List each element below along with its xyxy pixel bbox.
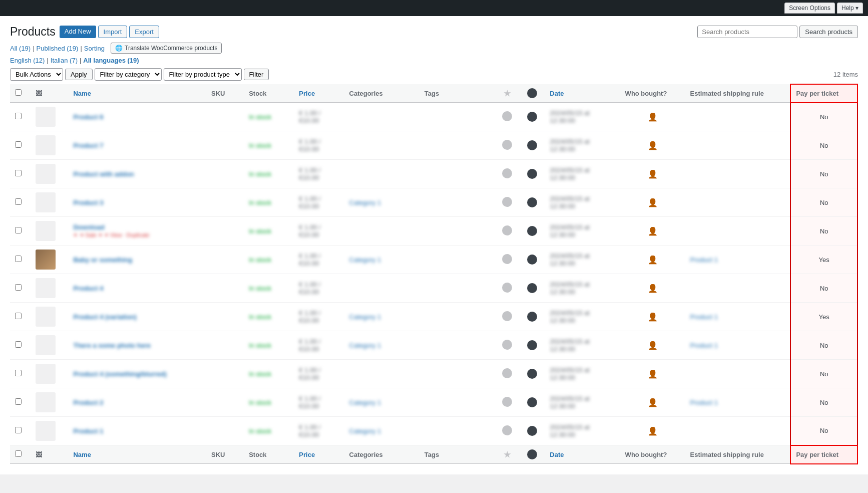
- row-checkbox[interactable]: [15, 370, 22, 376]
- product-name-link[interactable]: Product 4 (something/blurred): [73, 370, 166, 378]
- product-shipping-link[interactable]: Product 1: [690, 313, 718, 321]
- product-name-link[interactable]: Product 1: [73, 427, 103, 435]
- product-name-link[interactable]: Product 7: [73, 142, 103, 149]
- product-name-link[interactable]: Product 6: [73, 113, 103, 121]
- row-checkbox[interactable]: [15, 141, 22, 148]
- add-new-button[interactable]: Add New: [60, 26, 96, 38]
- product-pay-ticket-cell: No: [790, 360, 857, 388]
- product-stock-cell: In stock: [244, 217, 294, 245]
- product-name-link[interactable]: Product 3: [73, 199, 103, 206]
- product-shipping-link[interactable]: Product 1: [690, 342, 718, 349]
- help-button[interactable]: Help ▾: [837, 3, 863, 14]
- product-categories-cell: Category 1: [344, 245, 419, 274]
- product-type-cell: [520, 188, 545, 217]
- product-category-link[interactable]: Category 1: [349, 199, 381, 206]
- apply-button[interactable]: Apply: [65, 69, 93, 80]
- row-checkbox[interactable]: [15, 170, 22, 176]
- product-category-link[interactable]: Category 1: [349, 256, 381, 264]
- import-button[interactable]: Import: [98, 26, 128, 38]
- product-type-icon: [527, 369, 537, 379]
- row-checkbox[interactable]: [15, 398, 22, 405]
- search-input[interactable]: [697, 26, 797, 38]
- product-name-link[interactable]: Download: [73, 223, 104, 231]
- bulk-actions-select[interactable]: Bulk Actions: [10, 68, 63, 81]
- product-tags-cell: [419, 417, 495, 445]
- product-type-icon: [527, 340, 537, 350]
- price-sort-link[interactable]: Price: [299, 90, 315, 97]
- search-area: Search products: [697, 26, 858, 38]
- col-thumb-header: 🖼: [31, 84, 68, 103]
- product-pay-ticket-cell: No: [790, 188, 857, 217]
- product-name-link[interactable]: Product 4: [73, 285, 103, 292]
- price-footer-sort-link[interactable]: Price: [299, 451, 315, 458]
- product-category-link[interactable]: Category 1: [349, 427, 381, 435]
- product-price-cell: € 1.00 / €10.00: [294, 388, 344, 417]
- who-bought-icon: 👤: [648, 313, 658, 321]
- row-checkbox[interactable]: [15, 341, 22, 348]
- product-category-link[interactable]: Category 1: [349, 399, 381, 406]
- product-name-link[interactable]: There a some photo here: [73, 342, 151, 349]
- product-shipping-link[interactable]: Product 1: [690, 399, 718, 406]
- product-thumb-cell: [31, 360, 68, 388]
- product-thumb-placeholder: [36, 307, 56, 327]
- product-tags-cell: [419, 103, 495, 131]
- page-header: Products Add New Import Export Search pr…: [10, 21, 858, 41]
- status-sorting-link[interactable]: Sorting: [84, 45, 105, 52]
- select-all-checkbox[interactable]: [15, 89, 22, 96]
- screen-options-button[interactable]: Screen Options: [784, 3, 835, 14]
- name-footer-sort-link[interactable]: Name: [73, 451, 91, 458]
- product-shipping-link[interactable]: Product 1: [690, 256, 718, 264]
- row-checkbox[interactable]: [15, 313, 22, 319]
- date-sort-link[interactable]: Date: [550, 90, 564, 97]
- product-featured-cell: [495, 331, 520, 360]
- pay-ticket-footer-label: Pay per ticket: [796, 451, 838, 458]
- col-categories-footer: Categories: [344, 445, 419, 464]
- product-featured-cell: [495, 417, 520, 445]
- product-who-bought-cell: 👤: [620, 417, 685, 445]
- product-category-link[interactable]: Category 1: [349, 313, 381, 321]
- row-checkbox[interactable]: [15, 256, 22, 262]
- export-button[interactable]: Export: [129, 26, 159, 38]
- product-name-link[interactable]: Product 2: [73, 399, 103, 406]
- product-name-link[interactable]: Baby or something: [73, 256, 132, 264]
- col-tags-header: Tags: [419, 84, 495, 103]
- status-published-link[interactable]: Published (19): [37, 45, 79, 52]
- status-all-link[interactable]: All (19): [10, 45, 31, 52]
- name-sort-link[interactable]: Name: [73, 90, 91, 97]
- row-checkbox[interactable]: [15, 427, 22, 433]
- row-checkbox[interactable]: [15, 284, 22, 291]
- product-category-link[interactable]: Category 1: [349, 342, 381, 349]
- row-checkbox[interactable]: [15, 227, 22, 233]
- filter-button[interactable]: Filter: [244, 69, 269, 80]
- product-date-cell: 2024/05/15 at 12:30:00: [545, 188, 620, 217]
- product-who-bought-cell: 👤: [620, 188, 685, 217]
- row-checkbox[interactable]: [15, 113, 22, 119]
- translate-btn-wrapper: 🌐 Translate WooCommerce products: [111, 43, 222, 54]
- row-checkbox-cell: [10, 103, 31, 131]
- product-featured-circle: [502, 397, 512, 407]
- product-stock-cell: In stock: [244, 331, 294, 360]
- product-name-link[interactable]: Product with addon: [73, 170, 134, 178]
- product-who-bought-cell: 👤: [620, 160, 685, 188]
- table-row: Product with addonIn stock€ 1.00 / €10.0…: [10, 160, 857, 188]
- translate-button[interactable]: 🌐 Translate WooCommerce products: [111, 43, 222, 54]
- product-tags-cell: [419, 131, 495, 160]
- product-featured-circle: [502, 254, 512, 264]
- product-type-icon: [527, 426, 537, 436]
- who-bought-icon: 👤: [648, 227, 658, 235]
- filter-type-select[interactable]: Filter by product type: [164, 68, 242, 81]
- all-languages-link[interactable]: All languages (19): [83, 57, 139, 64]
- product-thumb-cell: [31, 103, 68, 131]
- select-all-footer-checkbox[interactable]: [15, 450, 22, 457]
- product-sku-cell: [206, 331, 244, 360]
- product-date-cell: 2024/05/15 at 12:30:00: [545, 331, 620, 360]
- row-checkbox[interactable]: [15, 198, 22, 205]
- filter-category-select[interactable]: Filter by category: [95, 68, 162, 81]
- product-sku-cell: [206, 360, 244, 388]
- english-link[interactable]: English (12): [10, 57, 45, 64]
- date-footer-sort-link[interactable]: Date: [550, 451, 564, 458]
- product-featured-circle: [502, 197, 512, 207]
- italian-link[interactable]: Italian (7): [51, 57, 78, 64]
- product-name-link[interactable]: Product 4 (variation): [73, 313, 136, 321]
- search-button[interactable]: Search products: [799, 26, 858, 38]
